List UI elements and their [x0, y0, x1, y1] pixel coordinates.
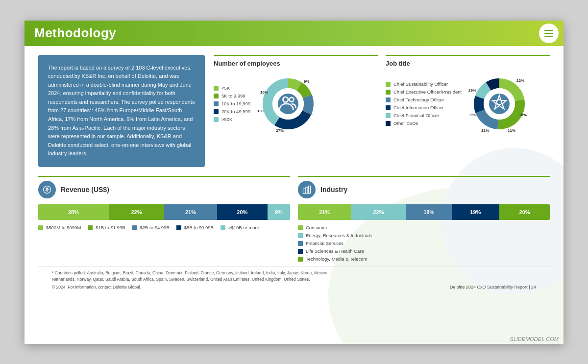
ind-label-4: Life Sciences & Health Care — [306, 248, 364, 254]
svg-text:22%: 22% — [516, 78, 524, 83]
ind-label-2: Energy, Resources & Industrials — [306, 233, 372, 238]
ind-legend-3: Financial Services — [298, 241, 550, 246]
rev-label-5: >$10B or more — [228, 225, 259, 230]
legend-item-2: 5K to 9,999 — [214, 93, 250, 98]
ind-dot-4 — [298, 249, 303, 254]
svg-text:9%: 9% — [470, 113, 476, 117]
rev-label-1: $500M to $999M — [46, 225, 81, 230]
job-title-donut: 22% 29% 18% 11% 11% 9% — [467, 72, 531, 136]
legend-label-2: 5K to 9,999 — [221, 93, 245, 98]
rev-legend-2: $1B to $1.99B — [88, 225, 125, 230]
svg-text:11%: 11% — [481, 128, 489, 133]
industry-legend: Consumer Energy, Resources & Industrials… — [298, 225, 550, 262]
menu-button[interactable] — [539, 24, 559, 43]
jt-legend-dot-3 — [386, 97, 391, 102]
job-title-chart-title: Job title — [386, 60, 550, 67]
legend-item-3: 10K to 19,999 — [214, 101, 250, 106]
legend-label-4: 20K to 49,999 — [221, 109, 250, 114]
revenue-panel: Revenue (US$) 28% 22% 21% 20% 9% $500M t… — [38, 176, 290, 262]
revenue-icon-circle — [38, 181, 56, 198]
rev-dot-3 — [132, 225, 137, 230]
legend-dot-2 — [214, 94, 219, 98]
jt-legend-label-2: Chief Executive Officer/President — [393, 89, 462, 95]
jt-legend-dot-1 — [386, 82, 391, 87]
intro-text: The report is based on a survey of 2,103… — [48, 65, 195, 157]
employees-chart-panel: Number of employees <5K 5K to 9,999 — [214, 55, 378, 168]
jt-legend-item-4: Chief Information Officer — [386, 105, 462, 110]
industry-header: Industry — [298, 176, 550, 198]
rev-label-4: $5B to $9.99B — [184, 225, 214, 230]
ind-label-1: Consumer — [306, 225, 327, 230]
menu-line-3 — [544, 36, 553, 37]
industry-icon-circle — [298, 181, 316, 198]
ind-legend-2: Energy, Resources & Industrials — [298, 233, 550, 238]
jt-legend-item-2: Chief Executive Officer/President — [386, 89, 462, 95]
header-bar: Methodology — [24, 21, 564, 46]
employees-chart-title: Number of employees — [214, 60, 378, 67]
revenue-seg-1: 28% — [38, 204, 109, 220]
legend-item-1: <5K — [214, 85, 250, 91]
menu-line-1 — [544, 30, 553, 31]
jt-legend-label-3: Chief Technology Officer — [393, 97, 444, 102]
industry-title: Industry — [320, 186, 347, 194]
rev-dot-5 — [220, 225, 225, 230]
rev-legend-4: $5B to $9.99B — [176, 225, 214, 230]
ind-dot-2 — [298, 233, 303, 238]
ind-legend-4: Life Sciences & Health Care — [298, 248, 550, 254]
revenue-title: Revenue (US$) — [61, 186, 109, 194]
employees-chart-content: <5K 5K to 9,999 10K to 19,999 — [214, 72, 378, 136]
legend-item-5: >50K — [214, 117, 250, 122]
jt-legend-label-5: Chief Financial Officer — [393, 113, 439, 118]
jt-legend-dot-2 — [386, 90, 391, 95]
jt-legend-dot-6 — [386, 121, 391, 126]
revenue-seg-4: 20% — [217, 204, 268, 220]
employees-legend: <5K 5K to 9,999 10K to 19,999 — [214, 85, 250, 122]
legend-label-5: >50K — [221, 117, 232, 122]
charts-section: Number of employees <5K 5K to 9,999 — [214, 55, 550, 168]
svg-point-13 — [283, 97, 289, 102]
industry-seg-1: 21% — [298, 204, 351, 220]
jt-legend-dot-5 — [386, 113, 391, 118]
revenue-seg-3: 21% — [164, 204, 217, 220]
employees-icon — [278, 94, 298, 114]
legend-dot-3 — [214, 101, 219, 106]
svg-text:18%: 18% — [519, 113, 527, 117]
revenue-seg-2: 22% — [109, 204, 164, 220]
legend-dot-5 — [214, 117, 219, 122]
rev-legend-3: $2B to $4.99B — [132, 225, 170, 230]
revenue-bar: 28% 22% 21% 20% 9% — [38, 204, 290, 220]
svg-point-14 — [290, 97, 294, 101]
ind-dot-5 — [298, 257, 303, 262]
footer: * Countries polled: Australia, Belgium, … — [38, 267, 550, 292]
svg-rect-31 — [306, 187, 308, 194]
footer-right: Deloitte 2024 CxO Sustainability Report … — [450, 285, 536, 290]
ind-label-5: Technology, Media & Telecom — [306, 256, 367, 262]
jt-legend-item-1: Chief Sustainability Officer — [386, 81, 462, 87]
revenue-legend: $500M to $999M $1B to $1.99B $2B to $4.9… — [38, 225, 290, 230]
industry-seg-2: 22% — [351, 204, 406, 220]
industry-panel: Industry 21% 22% 18% 19% 20% Consumer — [298, 176, 550, 262]
rev-legend-1: $500M to $999M — [38, 225, 81, 230]
slidemodel-watermark: SLIDEMODEL.COM — [510, 336, 559, 342]
rev-dot-2 — [88, 225, 93, 230]
svg-text:29%: 29% — [468, 88, 476, 93]
rev-label-2: $1B to $1.99B — [96, 225, 125, 230]
ind-label-3: Financial Services — [306, 241, 343, 246]
svg-rect-32 — [308, 186, 310, 194]
legend-label-3: 10K to 19,999 — [221, 101, 250, 106]
svg-point-28 — [497, 99, 502, 105]
jt-legend-label-4: Chief Information Officer — [393, 105, 444, 110]
bottom-section: Revenue (US$) 28% 22% 21% 20% 9% $500M t… — [38, 176, 550, 262]
revenue-header: Revenue (US$) — [38, 176, 290, 198]
industry-seg-4: 19% — [452, 204, 500, 220]
rev-legend-5: >$10B or more — [220, 225, 259, 230]
industry-seg-3: 18% — [406, 204, 452, 220]
jt-legend-label-6: Other CxOs — [393, 121, 418, 126]
legend-label-1: <5K — [221, 85, 230, 91]
svg-rect-30 — [303, 189, 305, 193]
report-name: Deloitte 2024 CxO Sustainability Report — [450, 285, 528, 290]
menu-line-2 — [544, 33, 553, 34]
job-title-legend: Chief Sustainability Officer Chief Execu… — [386, 81, 462, 126]
legend-dot-1 — [214, 86, 219, 91]
svg-text:41%: 41% — [305, 112, 313, 116]
